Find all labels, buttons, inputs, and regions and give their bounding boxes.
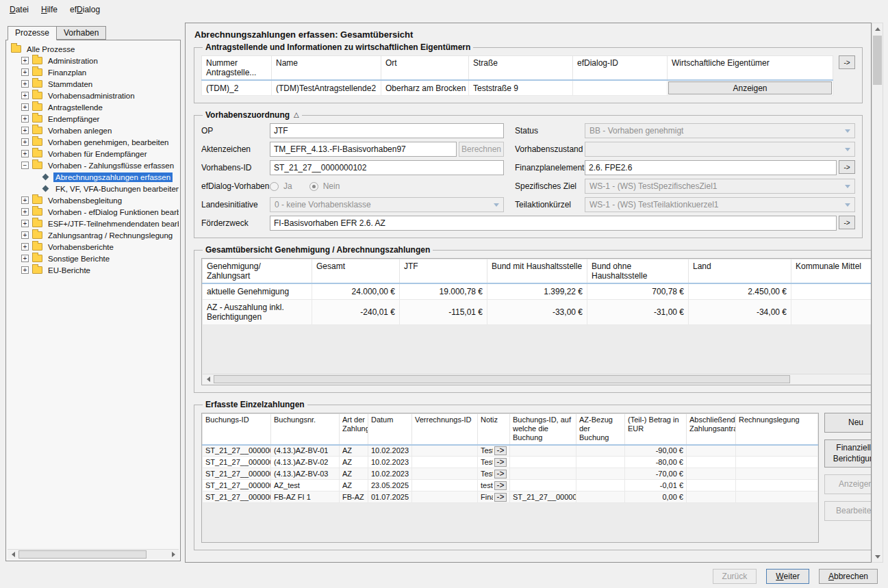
- tree-item-finanzplan[interactable]: Finanzplan: [8, 66, 179, 78]
- tree-item-stammdaten[interactable]: Stammdaten: [8, 78, 179, 90]
- foerderzweck-input[interactable]: [270, 216, 837, 231]
- tree-item-vorhabensbegleitung[interactable]: Vorhabensbegleitung: [8, 194, 179, 206]
- foerderzweck-arrow-button[interactable]: ->: [839, 216, 855, 229]
- notiz-detail-button[interactable]: ->: [494, 458, 507, 467]
- process-tree: Alle Prozesse Administration Finanzplan …: [8, 43, 179, 548]
- expand-icon[interactable]: [21, 266, 29, 274]
- applicants-detail-arrow-button[interactable]: ->: [839, 55, 855, 69]
- tree-item-alle-prozesse[interactable]: Alle Prozesse: [8, 43, 179, 55]
- expand-icon[interactable]: [21, 103, 29, 111]
- aktenzeichen-input[interactable]: [270, 142, 457, 157]
- menu-datei[interactable]: Datei: [3, 1, 35, 18]
- expand-icon[interactable]: [21, 208, 29, 216]
- expand-icon[interactable]: [21, 231, 29, 239]
- tree-item-label: Zahlungsantrag / Rechnungslegung: [46, 231, 175, 240]
- finanzplanelement-arrow-button[interactable]: ->: [839, 160, 855, 174]
- cell-buchungsnr: (4.13.)AZ-BV-01: [271, 445, 340, 457]
- menu-hilfe[interactable]: Hilfe: [35, 1, 64, 18]
- scroll-down-button[interactable]: [872, 551, 883, 562]
- arrow-down-icon: [875, 555, 880, 559]
- cell-zahlungsart: AZ - Auszahlung inkl. Berichtigungen: [203, 300, 312, 325]
- main-vertical-scrollbar[interactable]: [872, 23, 883, 563]
- scroll-right-button[interactable]: [168, 550, 179, 559]
- process-tree-panel: Alle Prozesse Administration Finanzplan …: [5, 40, 181, 561]
- tree-item-zahlungsfluesse[interactable]: Vorhaben - Zahlungsflüsse erfassen: [8, 159, 179, 171]
- expand-icon[interactable]: [21, 68, 29, 76]
- scrollbar-thumb[interactable]: [873, 36, 882, 85]
- payments-table-viewport: Buchungs-IDBuchungsnr.Art der ZahlungDat…: [201, 413, 819, 543]
- expand-icon[interactable]: [21, 255, 29, 262]
- sidebar-horizontal-scrollbar[interactable]: [8, 549, 179, 559]
- neu-button[interactable]: Neu: [824, 413, 872, 433]
- abbrechen-button[interactable]: Abbrechen: [819, 569, 878, 584]
- tab-prozesse[interactable]: Prozesse: [8, 26, 57, 40]
- payment-row[interactable]: ST_21_27__0000000102 FB-AZ FI 1 FB-AZ 01…: [203, 491, 818, 503]
- payments-header-cell: Verrechnungs-ID: [412, 414, 478, 445]
- tree-item-vorhaben-fuer-endempfaenger[interactable]: Vorhaben für Endempfänger: [8, 148, 179, 159]
- scrollbar-track[interactable]: [18, 550, 168, 559]
- cell-efdialog-id: [573, 80, 668, 96]
- applicant-row[interactable]: (TDM)_2 (TDM)TestAntragstellende2 Oberha…: [202, 80, 833, 96]
- payment-row[interactable]: ST_21_27__0000000102 AZ_test AZ 23.05.20…: [203, 480, 818, 491]
- expand-icon[interactable]: [21, 243, 29, 251]
- tree-item-abrechnungszahlungen[interactable]: Abrechnungszahlungen erfassen: [8, 171, 179, 183]
- tree-item-vorhabensadministration[interactable]: Vorhabensadministration: [8, 90, 179, 101]
- scroll-left-button[interactable]: [203, 374, 214, 384]
- tree-item-label: Stammdaten: [46, 79, 94, 89]
- tree-item-efdialog-funktionen[interactable]: Vorhaben - efDialog Funktionen bearbeite…: [8, 206, 179, 218]
- notiz-detail-button[interactable]: ->: [494, 481, 507, 490]
- payment-row[interactable]: ST_21_27__0000000102 (4.13.)AZ-BV-03 AZ …: [203, 468, 818, 480]
- eigentuemer-anzeigen-button[interactable]: Anzeigen: [668, 81, 832, 94]
- vorhabens-id-input[interactable]: [270, 160, 504, 175]
- overview-horizontal-scrollbar[interactable]: [203, 374, 872, 384]
- cell-abschliessend: [687, 491, 736, 503]
- scrollbar-thumb[interactable]: [214, 375, 790, 383]
- collapse-icon[interactable]: [21, 162, 29, 169]
- payment-row[interactable]: ST_21_27__0000000102 (4.13.)AZ-BV-02 AZ …: [203, 457, 818, 468]
- menu-efdialog[interactable]: efDialog: [64, 1, 106, 18]
- expand-icon[interactable]: [21, 220, 29, 227]
- tree-item-sonstige-berichte[interactable]: Sonstige Berichte: [8, 253, 179, 264]
- notiz-text: Test: [481, 446, 493, 455]
- expand-icon[interactable]: [21, 127, 29, 134]
- scroll-left-button[interactable]: [8, 550, 18, 559]
- scrollbar-track[interactable]: [872, 34, 883, 551]
- tree-item-endempfaenger[interactable]: Endempfänger: [8, 113, 179, 125]
- tree-item-administration[interactable]: Administration: [8, 55, 179, 66]
- scrollbar-thumb[interactable]: [18, 550, 147, 559]
- expand-icon[interactable]: [21, 80, 29, 88]
- expand-icon[interactable]: [21, 57, 29, 64]
- op-input[interactable]: [270, 123, 504, 138]
- folder-icon: [32, 220, 42, 227]
- overview-row-auszahlung[interactable]: AZ - Auszahlung inkl. Berichtigungen -24…: [203, 300, 872, 325]
- finanzplanelement-input[interactable]: [585, 160, 837, 175]
- cell-art-der-zahlung: AZ: [340, 468, 368, 480]
- notiz-detail-button[interactable]: ->: [494, 470, 507, 478]
- overview-row-genehmigung[interactable]: aktuelle Genehmigung 24.000,00 € 19.000,…: [203, 283, 872, 300]
- gesamtuebersicht-legend: Gesamtübersicht Genehmigung / Abrechnung…: [203, 245, 433, 255]
- tree-item-vorhabensberichte[interactable]: Vorhabensberichte: [8, 241, 179, 253]
- finanzielle-berichtigung-button[interactable]: Finanzielle Berichtigung: [824, 439, 872, 468]
- weiter-button[interactable]: Weiter: [766, 569, 809, 584]
- scroll-up-button[interactable]: [872, 23, 883, 34]
- tree-item-fk-vf-vfa[interactable]: FK, VF, VFA-Buchungen bearbeiten: [8, 183, 179, 194]
- payment-row[interactable]: ST_21_27__0000000102 (4.13.)AZ-BV-01 AZ …: [203, 445, 818, 457]
- expand-icon[interactable]: [21, 115, 29, 123]
- tree-item-teilnehmendendaten[interactable]: ESF+/JTF-Teilnehmendendaten bearbeiten: [8, 218, 179, 229]
- notiz-detail-button[interactable]: ->: [494, 493, 507, 502]
- cell-buchungs-id: ST_21_27__0000000102: [203, 457, 271, 468]
- tree-item-zahlungsantrag[interactable]: Zahlungsantrag / Rechnungslegung: [8, 229, 179, 241]
- tree-item-eu-berichte[interactable]: EU-Berichte: [8, 264, 179, 276]
- expand-icon[interactable]: [21, 150, 29, 157]
- tab-vorhaben[interactable]: Vorhaben: [56, 26, 106, 40]
- expand-icon[interactable]: [21, 138, 29, 146]
- tree-item-antragstellende[interactable]: Antragstellende: [8, 101, 179, 113]
- scrollbar-track[interactable]: [214, 374, 872, 384]
- tree-item-label: FK, VF, VFA-Buchungen bearbeiten: [53, 184, 179, 194]
- tree-item-vorhaben-anlegen[interactable]: Vorhaben anlegen: [8, 125, 179, 136]
- tree-item-vorhaben-genehmigen[interactable]: Vorhaben genehmigen, bearbeiten: [8, 136, 179, 148]
- vorhabenszustand-label: Vorhabenszustand: [515, 144, 585, 154]
- expand-icon[interactable]: [21, 92, 29, 99]
- expand-icon[interactable]: [21, 196, 29, 204]
- notiz-detail-button[interactable]: ->: [494, 446, 507, 455]
